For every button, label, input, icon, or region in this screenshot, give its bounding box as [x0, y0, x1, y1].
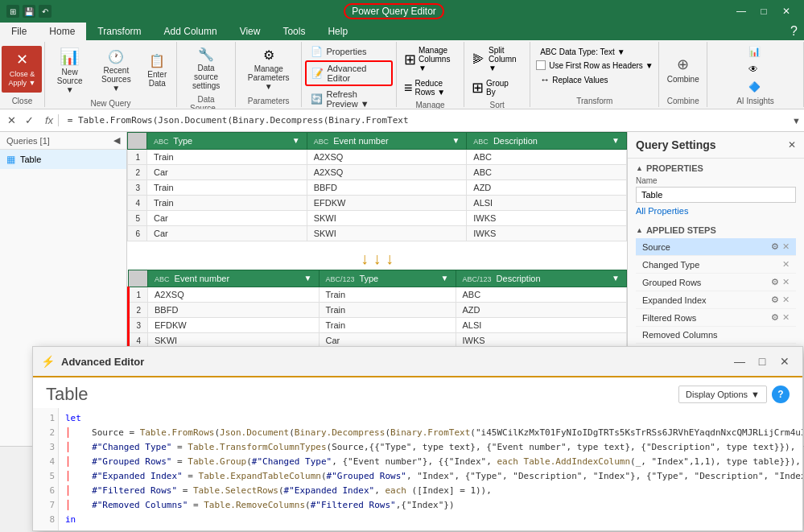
- table-row[interactable]: 6 Car SKWI IWKS: [128, 226, 627, 241]
- azure-machine-button[interactable]: 🔷: [744, 79, 767, 95]
- reduce-rows-button[interactable]: ≡ ReduceRows ▼: [400, 76, 449, 99]
- tab-transform[interactable]: Transform: [86, 23, 152, 40]
- queries-collapse-button[interactable]: ◀: [113, 135, 120, 146]
- vision-button[interactable]: 👁: [744, 61, 765, 77]
- query-item-table[interactable]: ▦ Table: [0, 150, 126, 169]
- col2-type-filter[interactable]: ▼: [441, 274, 449, 282]
- adv-close-button[interactable]: ✕: [775, 352, 794, 371]
- new-source-button[interactable]: 📊 NewSource ▼: [48, 43, 91, 97]
- close-button[interactable]: ✕: [775, 0, 798, 23]
- col2-desc-header[interactable]: ABC/123 Description ▼: [456, 270, 627, 287]
- type-cell-2: Train: [319, 287, 456, 303]
- desc-cell: ABC: [467, 150, 627, 165]
- undo-icon[interactable]: ↶: [39, 5, 52, 18]
- manage-parameters-button[interactable]: ⚙ ManageParameters ▼: [239, 44, 298, 94]
- step-delete-icon[interactable]: ✕: [782, 241, 790, 252]
- replace-values-button[interactable]: ↔ Replace Values: [536, 72, 612, 88]
- adv-help-button[interactable]: ?: [772, 386, 790, 403]
- step-gear-icon[interactable]: ⚙: [771, 295, 779, 305]
- adv-editor-title-text: Advanced Editor: [61, 356, 144, 368]
- col-type-header[interactable]: ABC Type ▼: [147, 133, 307, 150]
- step-gear-icon[interactable]: ⚙: [771, 241, 779, 252]
- formula-fx-label: fx: [40, 114, 59, 126]
- display-options-label: Display Options: [686, 390, 748, 399]
- tab-tools[interactable]: Tools: [271, 23, 316, 40]
- step-label: Removed Columns: [642, 330, 790, 340]
- tab-home[interactable]: Home: [38, 23, 86, 40]
- table1-wrapper: ABC Type ▼ ABC Event number ▼: [127, 132, 627, 241]
- applied-step-item[interactable]: Removed Columns: [636, 327, 796, 344]
- step-delete-icon[interactable]: ✕: [782, 295, 790, 305]
- table-row[interactable]: 4 Train EFDKW ALSI: [128, 196, 627, 211]
- manage-columns-button[interactable]: ⊞ ManageColumns ▼: [400, 43, 460, 75]
- col2-event-header[interactable]: ABC Event number ▼: [148, 270, 320, 287]
- step-delete-icon[interactable]: ✕: [782, 277, 790, 287]
- data-source-settings-button[interactable]: 🔧 Data sourcesettings: [180, 43, 232, 93]
- col2-desc-filter[interactable]: ▼: [612, 274, 620, 282]
- step-label: Changed Type: [642, 260, 779, 270]
- event-cell-2: BBFD: [148, 303, 320, 318]
- table-row[interactable]: 3 EFDKW Train ALSI: [129, 318, 627, 333]
- window-title: Power Query Editor: [58, 6, 730, 17]
- formula-ok-button[interactable]: ✓: [21, 113, 37, 129]
- applied-step-item[interactable]: Grouped Rows⚙✕: [636, 274, 796, 291]
- name-input[interactable]: [636, 187, 796, 203]
- col-desc-header[interactable]: ABC Description ▼: [467, 133, 627, 150]
- formula-expand-button[interactable]: ▼: [792, 116, 801, 126]
- col-type-filter[interactable]: ▼: [292, 136, 300, 145]
- first-row-headers-checkbox[interactable]: [536, 60, 546, 70]
- close-apply-button[interactable]: ✕ Close &Apply ▼: [2, 46, 42, 93]
- applied-step-item[interactable]: Changed Type✕: [636, 256, 796, 274]
- adv-maximize-button[interactable]: □: [752, 352, 772, 371]
- text-analytics-button[interactable]: 📊: [744, 43, 767, 60]
- line-number: 9: [33, 527, 55, 530]
- save-icon[interactable]: 💾: [23, 5, 35, 18]
- split-column-button[interactable]: ⫸ SplitColumn ▼: [468, 43, 526, 75]
- recent-sources-button[interactable]: 🕐 RecentSources ▼: [93, 46, 139, 96]
- step-delete-icon[interactable]: ✕: [782, 312, 790, 323]
- applied-step-item[interactable]: Expanded Index⚙✕: [636, 291, 796, 309]
- col-desc-filter[interactable]: ▼: [612, 136, 620, 145]
- refresh-preview-button[interactable]: 🔄 RefreshPreview ▼: [305, 87, 374, 109]
- display-options-chevron: ▼: [751, 390, 760, 399]
- tab-view[interactable]: View: [229, 23, 272, 40]
- properties-button[interactable]: 📄 Properties: [305, 43, 372, 60]
- col2-type-header[interactable]: ABC/123 Type ▼: [319, 270, 456, 287]
- col2-event-filter[interactable]: ▼: [304, 274, 312, 282]
- adv-editor-body: 123456789 let │ Source = Table.FromRows(…: [33, 408, 802, 530]
- step-delete-icon[interactable]: ✕: [782, 259, 790, 270]
- table-row[interactable]: 3 Train BBFD AZD: [128, 180, 627, 196]
- settings-close-button[interactable]: ✕: [788, 139, 796, 151]
- step-gear-icon[interactable]: ⚙: [771, 277, 779, 287]
- tab-file[interactable]: File: [0, 23, 38, 40]
- step-gear-icon[interactable]: ⚙: [771, 312, 779, 323]
- col-event-header[interactable]: ABC Event number ▼: [307, 133, 467, 150]
- all-properties-link[interactable]: All Properties: [636, 206, 688, 216]
- tab-help[interactable]: Help: [316, 23, 359, 40]
- table-row[interactable]: 1 A2XSQ Train ABC: [129, 287, 627, 303]
- help-icon[interactable]: ?: [784, 23, 804, 40]
- formula-input[interactable]: [62, 115, 789, 126]
- table-row[interactable]: 2 BBFD Train AZD: [129, 303, 627, 318]
- minimize-button[interactable]: —: [730, 0, 752, 23]
- enter-data-button[interactable]: 📋 EnterData: [141, 50, 173, 91]
- table-row[interactable]: 1 Train A2XSQ ABC: [128, 150, 627, 165]
- col-event-filter[interactable]: ▼: [451, 136, 460, 145]
- col2-type-icon: ABC/123: [326, 275, 355, 283]
- table-row[interactable]: 2 Car A2XSQ ABC: [128, 165, 627, 180]
- advanced-editor: ⚡ Advanced Editor — □ ✕ Table Display Op…: [32, 346, 803, 531]
- group-by-button[interactable]: ⊞ GroupBy: [468, 76, 513, 99]
- applied-step-item[interactable]: Source⚙✕: [636, 238, 796, 256]
- combine-button[interactable]: ⊕ Combine: [662, 52, 705, 87]
- tab-add-column[interactable]: Add Column: [153, 23, 229, 40]
- advanced-editor-button[interactable]: 📝 Advanced Editor: [305, 60, 393, 86]
- adv-minimize-button[interactable]: —: [730, 352, 749, 371]
- table-row[interactable]: 5 Car SKWI IWKS: [128, 211, 627, 226]
- display-options-button[interactable]: Display Options ▼: [678, 386, 767, 403]
- applied-step-item[interactable]: Filtered Rows⚙✕: [636, 309, 796, 327]
- data-type-button[interactable]: ABC Data Type: Text ▼: [536, 45, 629, 59]
- data-table-1: ABC Type ▼ ABC Event number ▼: [127, 132, 627, 241]
- formula-cancel-button[interactable]: ✕: [3, 113, 19, 129]
- code-area[interactable]: let │ Source = Table.FromRows(Json.Docum…: [59, 408, 802, 530]
- maximize-button[interactable]: □: [752, 0, 775, 23]
